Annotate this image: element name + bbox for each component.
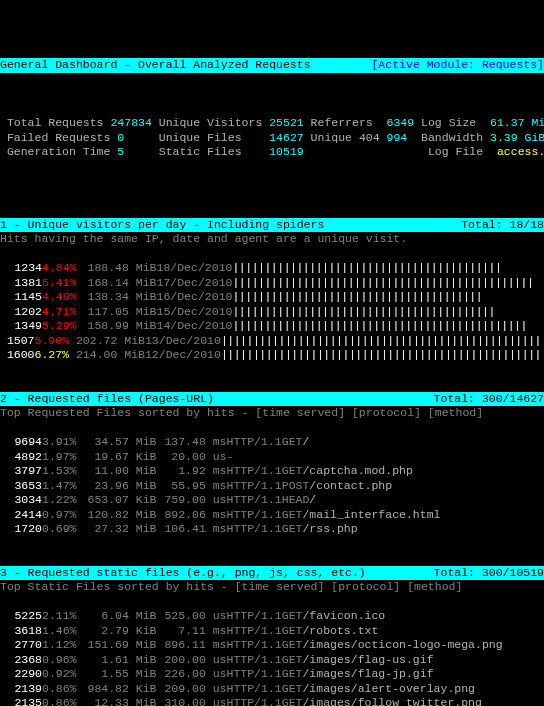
file-row[interactable]: 2290 0.92% 1.55 MiB 226.00 us HTTP/1.1 G… <box>0 667 544 682</box>
header-bar: General Dashboard - Overall Analyzed Req… <box>0 58 544 73</box>
visitor-row[interactable]: 1145 4.49% 138.34 MiB 16/Dec/2010 ||||||… <box>0 290 544 305</box>
file-row[interactable]: 9694 3.91% 34.57 MiB 137.48 ms HTTP/1.1 … <box>0 435 544 450</box>
active-module: [Active Module: Requests] <box>371 58 544 73</box>
section-2: 2 - Requested files (Pages-URL)Total: 30… <box>0 392 544 552</box>
section-1: 1 - Unique visitors per day - Including … <box>0 218 544 378</box>
file-row[interactable]: 5225 2.11% 6.04 MiB 525.00 us HTTP/1.1 G… <box>0 609 544 624</box>
visitor-row[interactable]: 1202 4.71% 117.05 MiB 15/Dec/2010 ||||||… <box>0 305 544 320</box>
file-row[interactable]: 2368 0.96% 1.61 MiB 200.00 us HTTP/1.1 G… <box>0 653 544 668</box>
file-row[interactable]: 3653 1.47% 23.96 MiB 55.95 ms HTTP/1.1 P… <box>0 479 544 494</box>
visitor-row[interactable]: 1349 5.29% 158.99 MiB 14/Dec/2010 ||||||… <box>0 319 544 334</box>
file-row[interactable]: 4892 1.97% 19.67 KiB 20.00 us - <box>0 450 544 465</box>
file-row[interactable]: 2414 0.97% 120.82 MiB 892.06 ms HTTP/1.1… <box>0 508 544 523</box>
stats-block: Total Requests 247834 Unique Visitors 25… <box>0 116 544 160</box>
blank-line <box>0 174 544 189</box>
file-row[interactable]: 1720 0.69% 27.32 MiB 106.41 ms HTTP/1.1 … <box>0 522 544 537</box>
section-3: 3 - Requested static files (e.g., png, j… <box>0 566 544 707</box>
blank-line <box>0 87 544 102</box>
visitor-row[interactable]: 1381 5.41% 168.14 MiB 17/Dec/2010 ||||||… <box>0 276 544 291</box>
file-row[interactable]: 3034 1.22% 653.07 KiB 759.00 us HTTP/1.1… <box>0 493 544 508</box>
app-title: General Dashboard - Overall Analyzed Req… <box>0 58 311 73</box>
file-row[interactable]: 3618 1.46% 2.79 KiB 7.11 ms HTTP/1.1 GET… <box>0 624 544 639</box>
visitor-row[interactable]: 1600 6.27% 214.00 MiB 12/Dec/2010 ||||||… <box>0 348 544 363</box>
file-row[interactable]: 2139 0.86% 984.82 KiB 209.00 us HTTP/1.1… <box>0 682 544 697</box>
file-row[interactable]: 2135 0.86% 12.33 MiB 310.00 us HTTP/1.1 … <box>0 696 544 706</box>
file-row[interactable]: 3797 1.53% 11.00 MiB 1.92 ms HTTP/1.1 GE… <box>0 464 544 479</box>
file-row[interactable]: 2770 1.12% 151.69 MiB 896.11 ms HTTP/1.1… <box>0 638 544 653</box>
visitor-row[interactable]: 1234 4.84% 188.48 MiB 18/Dec/2010 ||||||… <box>0 261 544 276</box>
visitor-row[interactable]: 1507 5.90% 202.72 MiB 13/Dec/2010 ||||||… <box>0 334 544 349</box>
